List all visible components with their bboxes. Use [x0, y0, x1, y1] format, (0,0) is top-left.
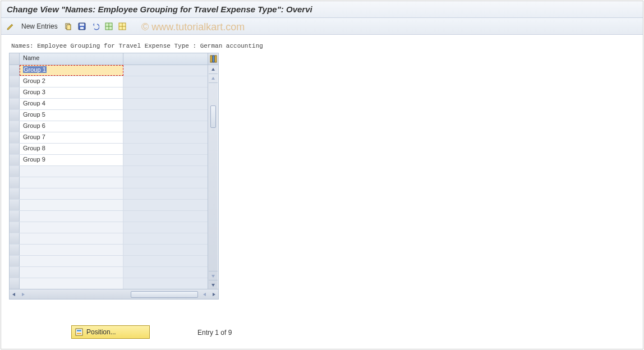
name-cell[interactable]	[20, 267, 123, 278]
name-cell[interactable]	[20, 278, 123, 289]
vscroll-thumb[interactable]	[210, 105, 216, 128]
horizontal-scrollbar[interactable]	[10, 289, 218, 299]
hscroll-thumb[interactable]	[131, 291, 198, 298]
grid-yellow-icon[interactable]	[117, 21, 127, 31]
svg-rect-14	[76, 329, 82, 335]
name-cell[interactable]	[20, 245, 123, 255]
copy-icon[interactable]	[63, 21, 73, 31]
svg-rect-16	[77, 333, 81, 334]
row-selector[interactable]	[10, 245, 20, 255]
table-row: Group 5	[10, 109, 208, 121]
table-row: Group 6	[10, 121, 208, 132]
table-row: Group 8	[10, 143, 208, 154]
vertical-scrollbar[interactable]	[208, 65, 218, 289]
row-selector[interactable]	[10, 233, 20, 244]
position-label: Position...	[86, 328, 116, 336]
row-gap	[123, 144, 208, 154]
position-button[interactable]: Position...	[71, 325, 150, 339]
name-cell[interactable]: Group 2	[20, 76, 123, 87]
scroll-down2-icon[interactable]	[209, 271, 218, 280]
row-selector[interactable]	[10, 155, 20, 165]
row-selector[interactable]	[10, 177, 20, 188]
row-gap	[123, 155, 208, 165]
row-gap	[123, 256, 208, 266]
hscroll-track[interactable]	[27, 291, 200, 298]
row-selector[interactable]	[10, 166, 20, 177]
row-selector[interactable]	[10, 267, 20, 278]
table-row	[10, 165, 208, 177]
name-cell[interactable]	[20, 256, 123, 266]
scroll-left-icon[interactable]	[10, 290, 19, 299]
row-selector[interactable]	[10, 88, 20, 98]
row-gap	[123, 188, 208, 199]
name-cell[interactable]: Group 1	[20, 65, 123, 76]
name-cell[interactable]	[20, 200, 123, 210]
row-selector[interactable]	[10, 188, 20, 199]
column-header-name[interactable]: Name	[20, 53, 123, 65]
table-row	[10, 177, 208, 188]
svg-rect-11	[210, 56, 212, 62]
name-cell[interactable]	[20, 166, 123, 177]
table-row: Group 1	[10, 65, 208, 76]
row-selector[interactable]	[10, 132, 20, 143]
vscroll-track[interactable]	[210, 83, 216, 271]
table-row	[10, 199, 208, 210]
row-gap	[123, 121, 208, 132]
name-cell[interactable]	[20, 222, 123, 233]
grid-green-icon[interactable]	[104, 21, 114, 31]
row-selector[interactable]	[10, 222, 20, 233]
name-cell[interactable]: Group 5	[20, 110, 123, 121]
scroll-right-icon[interactable]	[209, 290, 218, 299]
window-title: Change View "Names: Employee Grouping fo…	[1, 1, 643, 18]
row-gap	[123, 211, 208, 222]
row-selector[interactable]	[10, 144, 20, 154]
svg-rect-13	[215, 56, 217, 62]
table-row: Group 3	[10, 87, 208, 98]
scroll-left-inner-icon[interactable]	[200, 290, 209, 299]
name-cell[interactable]	[20, 211, 123, 222]
row-selector[interactable]	[10, 278, 20, 289]
row-selector[interactable]	[10, 256, 20, 266]
row-gap	[123, 110, 208, 121]
row-selector-header[interactable]	[10, 53, 20, 65]
svg-rect-3	[80, 24, 84, 26]
row-gap	[123, 267, 208, 278]
data-table: Name Group 1Group 2Group 3Group 4Group 5…	[9, 53, 219, 300]
scroll-right-inner-icon[interactable]	[19, 290, 27, 299]
name-cell[interactable]: Group 9	[20, 155, 123, 165]
name-cell[interactable]: Group 8	[20, 144, 123, 154]
table-row	[10, 222, 208, 233]
name-cell[interactable]	[20, 188, 123, 199]
row-gap	[123, 177, 208, 188]
row-selector[interactable]	[10, 110, 20, 121]
name-cell[interactable]: Group 3	[20, 88, 123, 98]
toolbar: New Entries	[1, 18, 643, 35]
row-selector[interactable]	[10, 99, 20, 109]
new-entries-button[interactable]: New Entries	[19, 22, 60, 30]
row-gap	[123, 65, 208, 76]
table-row	[10, 278, 208, 289]
row-gap	[123, 99, 208, 109]
pencil-icon[interactable]	[6, 21, 16, 31]
scroll-up2-icon[interactable]	[209, 74, 218, 83]
name-cell[interactable]	[20, 177, 123, 188]
row-gap	[123, 200, 208, 210]
name-cell[interactable]: Group 4	[20, 99, 123, 109]
row-selector[interactable]	[10, 65, 20, 76]
row-selector[interactable]	[10, 76, 20, 87]
header-gap	[123, 53, 208, 65]
scroll-down-icon[interactable]	[209, 280, 218, 289]
svg-rect-15	[77, 330, 81, 331]
row-selector[interactable]	[10, 211, 20, 222]
name-cell[interactable]: Group 6	[20, 121, 123, 132]
table-row	[10, 233, 208, 244]
name-cell[interactable]	[20, 233, 123, 244]
row-selector[interactable]	[10, 200, 20, 210]
table-config-icon[interactable]	[208, 53, 218, 65]
row-selector[interactable]	[10, 121, 20, 132]
undo-icon[interactable]	[90, 21, 100, 31]
name-cell[interactable]: Group 7	[20, 132, 123, 143]
row-gap	[123, 132, 208, 143]
scroll-up-icon[interactable]	[209, 65, 218, 74]
save-icon[interactable]	[77, 21, 87, 31]
